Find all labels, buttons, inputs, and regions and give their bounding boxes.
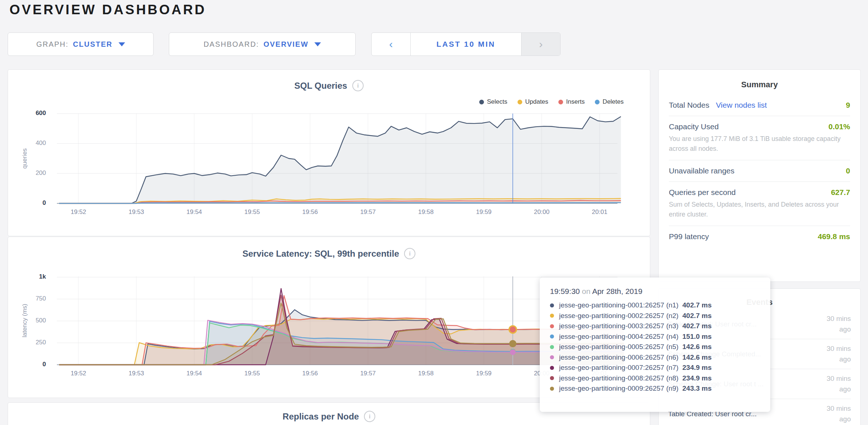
summary-capacity-row: Capacity Used 0.01% You are using 177.7 …	[669, 116, 850, 160]
y-axis-tick: 400	[15, 139, 46, 147]
time-prev-button[interactable]: ‹	[372, 33, 411, 55]
node-latency-value: 243.3 ms	[682, 384, 712, 393]
summary-title: Summary	[669, 80, 850, 89]
info-icon[interactable]: i	[364, 411, 375, 422]
event-time: 30 mins ago	[816, 344, 851, 364]
node-name: jesse-geo-partitioning-0002:26257 (n2)	[559, 312, 682, 320]
chevron-down-icon	[314, 42, 321, 46]
node-name: jesse-geo-partitioning-0003:26257 (n3)	[559, 322, 682, 330]
x-axis-tick: 19:55	[235, 370, 270, 377]
node-color-dot	[550, 334, 554, 338]
node-color-dot	[550, 303, 554, 307]
node-name: jesse-geo-partitioning-0006:26257 (n6)	[559, 353, 682, 361]
graph-dropdown-label: GRAPH:	[36, 40, 69, 49]
node-color-dot	[550, 387, 554, 391]
x-axis-tick: 19:55	[235, 208, 270, 216]
graph-dropdown-value: CLUSTER	[73, 40, 112, 49]
time-range-selector: ‹ LAST 10 MIN ›	[371, 32, 561, 56]
x-axis-tick: 19:52	[61, 370, 96, 377]
x-axis-tick: 19:59	[466, 208, 501, 216]
tooltip-row: jesse-geo-partitioning-0003:26257 (n3)40…	[550, 321, 760, 332]
dashboard-dropdown-value: OVERVIEW	[263, 40, 308, 49]
page-title: OVERVIEW DASHBOARD	[9, 2, 206, 18]
node-color-dot	[550, 314, 554, 318]
node-latency-value: 234.9 ms	[682, 364, 712, 372]
capacity-used-label: Capacity Used	[669, 122, 719, 131]
node-latency-value: 234.9 ms	[682, 374, 712, 382]
node-latency-value: 402.7 ms	[682, 312, 712, 320]
series-area	[59, 116, 621, 203]
y-axis-tick: 600	[15, 110, 46, 117]
y-axis-tick: 1k	[15, 273, 46, 280]
node-color-dot	[550, 355, 554, 359]
unavailable-ranges-value: 0	[846, 166, 850, 175]
y-axis-tick: 0	[15, 199, 46, 207]
node-name: jesse-geo-partitioning-0001:26257 (n1)	[559, 301, 682, 309]
event-time: 30 mins ago	[816, 314, 851, 334]
node-latency-value: 142.6 ms	[682, 353, 712, 361]
total-nodes-value: 9	[846, 101, 850, 110]
node-color-dot	[550, 345, 554, 349]
latency-hover-tooltip: 19:59:30 on Apr 28th, 2019 jesse-geo-par…	[540, 277, 770, 412]
x-axis-tick: 20:01	[582, 208, 617, 216]
node-name: jesse-geo-partitioning-0005:26257 (n5)	[559, 343, 682, 351]
p99-latency-value: 469.8 ms	[818, 232, 850, 241]
node-color-dot	[550, 324, 554, 328]
node-name: jesse-geo-partitioning-0008:26257 (n8)	[559, 374, 682, 382]
summary-unavailable-row: Unavailable ranges 0	[669, 160, 850, 181]
hover-point	[510, 349, 516, 355]
overview-dashboard-page: OVERVIEW DASHBOARD GRAPH: CLUSTER DASHBO…	[0, 0, 868, 425]
total-nodes-label: Total Nodes	[669, 101, 709, 110]
node-latency-value: 402.7 ms	[682, 322, 712, 330]
event-time: 30 mins ago	[816, 374, 851, 394]
node-latency-value: 151.0 ms	[682, 333, 712, 341]
x-axis-tick: 19:54	[177, 370, 212, 377]
tooltip-row: jesse-geo-partitioning-0001:26257 (n1)40…	[550, 300, 760, 311]
summary-total-nodes-row: Total Nodes View nodes list 9	[669, 95, 850, 116]
event-time: 30 mins ago	[816, 403, 851, 424]
x-axis-tick: 20:00	[524, 208, 559, 216]
node-name: jesse-geo-partitioning-0009:26257 (n9)	[559, 384, 682, 393]
dashboard-dropdown[interactable]: DASHBOARD: OVERVIEW	[169, 32, 356, 56]
tooltip-on: on	[582, 287, 590, 295]
replicas-per-node-title: Replicas per Node	[283, 411, 359, 422]
x-axis-tick: 19:53	[119, 370, 154, 377]
tooltip-rows: jesse-geo-partitioning-0001:26257 (n1)40…	[550, 300, 760, 394]
sql-queries-card: SQL Queries i SelectsUpdatesInsertsDelet…	[8, 69, 650, 236]
y-axis-title: queries	[21, 137, 28, 180]
node-latency-value: 142.6 ms	[682, 343, 712, 351]
dashboard-dropdown-label: DASHBOARD:	[204, 40, 259, 49]
x-axis-tick: 19:57	[350, 370, 385, 377]
tooltip-time: 19:59:30	[550, 287, 580, 295]
view-nodes-list-link[interactable]: View nodes list	[716, 101, 767, 110]
y-axis-tick: 750	[15, 295, 46, 302]
node-name: jesse-geo-partitioning-0004:26257 (n4)	[559, 333, 682, 341]
x-axis-tick: 19:58	[408, 370, 443, 377]
tooltip-row: jesse-geo-partitioning-0009:26257 (n9)24…	[550, 383, 760, 394]
node-latency-value: 402.7 ms	[682, 301, 712, 309]
hover-point	[509, 340, 516, 347]
y-axis-tick: 500	[15, 317, 46, 324]
tooltip-date: Apr 28th, 2019	[592, 287, 643, 295]
tooltip-row: jesse-geo-partitioning-0002:26257 (n2)40…	[550, 311, 760, 321]
tooltip-row: jesse-geo-partitioning-0007:26257 (n7)23…	[550, 363, 760, 373]
hover-point	[509, 326, 516, 333]
y-axis-tick: 250	[15, 339, 46, 346]
y-axis-tick: 0	[15, 361, 46, 368]
tooltip-row: jesse-geo-partitioning-0004:26257 (n4)15…	[550, 332, 760, 342]
time-next-button[interactable]: ›	[521, 33, 560, 55]
chevron-right-icon: ›	[539, 38, 543, 50]
qps-note: Sum of Selects, Updates, Inserts, and De…	[669, 200, 850, 219]
x-axis-tick: 19:57	[350, 208, 385, 216]
y-axis-title: latency (ms)	[21, 299, 28, 342]
time-range-value[interactable]: LAST 10 MIN	[411, 33, 521, 55]
tooltip-timestamp: 19:59:30 on Apr 28th, 2019	[550, 287, 760, 296]
graph-dropdown[interactable]: GRAPH: CLUSTER	[8, 32, 154, 56]
x-axis-tick: 19:56	[292, 208, 328, 216]
summary-qps-row: Queries per second 627.7 Sum of Selects,…	[669, 181, 850, 226]
chevron-down-icon	[119, 42, 125, 46]
x-axis-tick: 19:56	[292, 370, 328, 377]
node-name: jesse-geo-partitioning-0007:26257 (n7)	[559, 364, 682, 372]
y-axis-tick: 200	[15, 169, 46, 177]
node-color-dot	[550, 376, 554, 380]
